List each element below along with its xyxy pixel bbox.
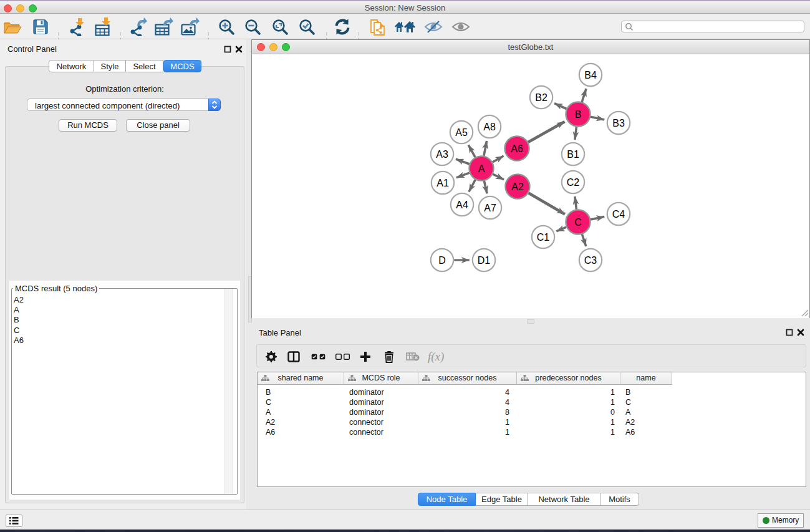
svg-text:A7: A7 <box>484 203 496 213</box>
svg-text:B3: B3 <box>612 118 625 128</box>
svg-text:A4: A4 <box>456 200 468 210</box>
svg-text:A5: A5 <box>455 127 468 138</box>
svg-text:A3: A3 <box>436 149 448 160</box>
svg-text:A2: A2 <box>511 181 524 192</box>
svg-text:C2: C2 <box>567 177 580 188</box>
svg-text:D1: D1 <box>478 255 491 266</box>
svg-text:A1: A1 <box>436 178 449 188</box>
svg-text:B1: B1 <box>567 149 579 160</box>
svg-text:A6: A6 <box>511 143 523 154</box>
svg-text:C4: C4 <box>612 209 625 220</box>
svg-text:B: B <box>575 109 582 120</box>
svg-text:C: C <box>574 217 582 228</box>
svg-text:C1: C1 <box>537 232 550 243</box>
svg-text:B2: B2 <box>535 92 547 103</box>
svg-text:A: A <box>478 163 485 174</box>
svg-text:B4: B4 <box>584 70 597 80</box>
svg-text:C3: C3 <box>584 255 597 266</box>
svg-text:D: D <box>438 255 446 266</box>
svg-text:A8: A8 <box>483 122 496 132</box>
